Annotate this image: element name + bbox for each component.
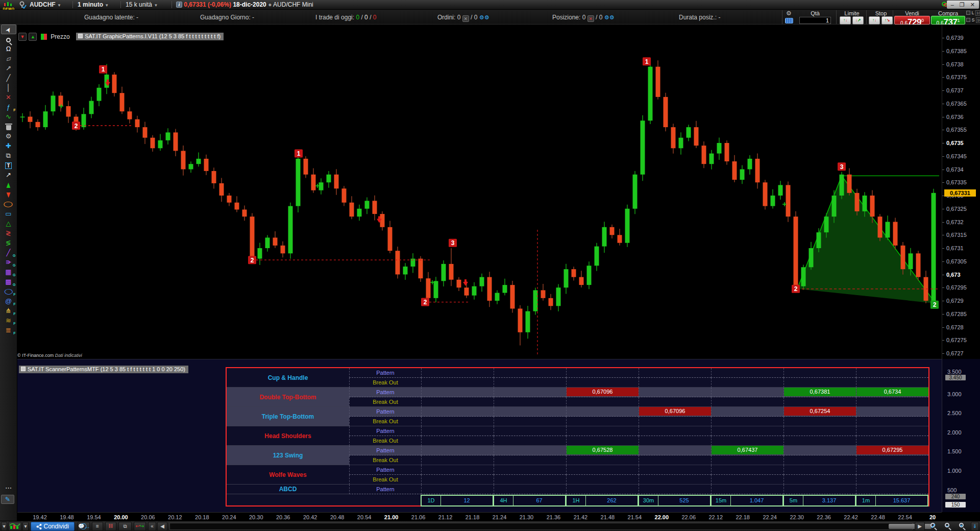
fibo-ellipse-tool-icon[interactable]: ◯F bbox=[1, 286, 16, 296]
candle bbox=[510, 285, 515, 308]
columns-menu-icon[interactable]: ⇓ bbox=[971, 522, 979, 531]
gann-square-tool-icon[interactable]: ▩G bbox=[1, 277, 16, 286]
info-icon[interactable]: i bbox=[176, 2, 182, 8]
gann-fan-tool-icon[interactable]: ⋔G bbox=[1, 257, 16, 267]
pattern-name: Cup & Handle bbox=[227, 368, 349, 388]
main-chart-pane[interactable]: 1212321322 ▼ ▲ Prezzo SAT.IT GraphicPatt… bbox=[17, 25, 942, 359]
minimize-button[interactable]: – bbox=[951, 2, 954, 8]
chart-style-icon[interactable] bbox=[8, 522, 21, 531]
gann-grid-tool-icon[interactable]: ▦G bbox=[1, 267, 16, 277]
stop-buy-order-button[interactable]: ↑↓ bbox=[869, 16, 880, 25]
limit-sell-order-button[interactable]: ↓↗ bbox=[852, 16, 864, 25]
candle bbox=[434, 281, 438, 298]
chat-icon[interactable]: 💬⃝… bbox=[78, 522, 90, 531]
buy-button[interactable]: 0,67371 bbox=[931, 16, 965, 25]
transfer-icon[interactable]: ↩↪ bbox=[134, 522, 146, 531]
scroll-right-button[interactable]: ▶ bbox=[915, 522, 925, 531]
gann-line-tool-icon[interactable]: ╱G bbox=[1, 248, 16, 257]
waves-tool-icon[interactable]: ∿ bbox=[1, 112, 16, 122]
scanner-cell: 0,67381 bbox=[783, 388, 856, 397]
more-tools-button[interactable]: ⋯ bbox=[1, 483, 16, 493]
pin-icon[interactable] bbox=[18, 1, 27, 9]
scroll-left-button[interactable]: ◀ bbox=[157, 522, 167, 531]
short-pips-input[interactable]: 10 bbox=[976, 17, 980, 23]
zoom-out-icon[interactable]: − bbox=[944, 522, 952, 530]
trade-settings-icon[interactable]: ⚙ bbox=[786, 10, 792, 17]
scanner-axis[interactable]: 3.5003.0002.5002.0001.5001.0005003.45024… bbox=[942, 359, 980, 512]
channel-tool-icon[interactable]: ≶ bbox=[1, 238, 16, 248]
text-tool-icon[interactable]: T bbox=[1, 160, 16, 170]
draw-mode-button[interactable]: ✎ bbox=[1, 495, 14, 504]
short-checkbox[interactable] bbox=[966, 18, 970, 22]
scanner-indicator-label[interactable]: SAT.IT ScannerPatternsMTF (12 5 3 85 t f… bbox=[19, 366, 188, 373]
cursor-tool-icon[interactable]: ➤ bbox=[1, 25, 16, 34]
candle bbox=[112, 75, 117, 93]
zoom-in-icon[interactable]: + bbox=[959, 522, 967, 530]
chart-scrollbar[interactable] bbox=[169, 523, 913, 530]
long-pips-input[interactable]: 10 bbox=[975, 10, 980, 16]
page-back-button[interactable]: « bbox=[148, 522, 156, 531]
short-arrow-tool-icon[interactable]: ▼ bbox=[1, 189, 16, 199]
time-axis[interactable]: 19.4219.4819.5420.0020.0620.1220.1820.24… bbox=[17, 512, 942, 521]
report-icon[interactable]: ≡ bbox=[92, 522, 103, 531]
scanner-cell bbox=[639, 368, 711, 378]
timeframe-count: 15.637 bbox=[876, 496, 927, 505]
ruler-tool-icon[interactable]: ▱ bbox=[1, 54, 16, 63]
delete-tool-icon[interactable] bbox=[1, 122, 16, 131]
restore-button[interactable]: ❐ bbox=[960, 2, 965, 8]
scanner-cell bbox=[566, 407, 639, 417]
move-tool-icon[interactable]: ✚ bbox=[1, 141, 16, 151]
fibo-spiral-tool-icon[interactable]: @F bbox=[1, 296, 16, 306]
alerts-bell-icon[interactable]: Ω bbox=[1, 44, 16, 54]
symbol-dropdown[interactable]: AUDCHF ▼ bbox=[30, 1, 61, 9]
stop-sell-order-button[interactable]: ↑↘ bbox=[881, 16, 893, 25]
candle bbox=[495, 293, 500, 301]
scrollbar-thumb[interactable] bbox=[889, 524, 932, 529]
settings-tools-icon[interactable]: ⚙ bbox=[1, 131, 16, 141]
svg-text:3: 3 bbox=[840, 163, 844, 171]
chart-style-dropdown[interactable]: ▾ bbox=[1, 522, 7, 531]
units-dropdown[interactable]: 15 k unità ▼ bbox=[126, 1, 158, 9]
triangle-tool-icon[interactable]: △ bbox=[1, 219, 16, 228]
time-axis-label: 21.00 bbox=[384, 514, 399, 520]
windows-icon[interactable]: ⧉ bbox=[118, 522, 132, 531]
position-gears-icon[interactable]: ⚙⚙ bbox=[604, 14, 615, 20]
buy-marker-button[interactable]: ▲ bbox=[29, 33, 37, 41]
price-axis[interactable]: 0,67390,673850,67380,673750,67370,673650… bbox=[942, 25, 980, 359]
breakout-row-label: Break Out bbox=[349, 475, 421, 485]
sell-button[interactable]: 0,67290 bbox=[894, 16, 930, 25]
zoom-fit-icon[interactable]: ⤢ bbox=[930, 522, 938, 530]
scanner-cell bbox=[566, 485, 639, 494]
retracement-tool-icon[interactable]: ✕ bbox=[1, 92, 16, 102]
close-position-icon[interactable]: ✕ bbox=[587, 15, 594, 22]
pitchfork-tool-icon[interactable]: ⋔F bbox=[1, 306, 16, 316]
vline-tool-icon[interactable]: │ bbox=[1, 83, 16, 92]
trendline-tool-icon[interactable]: ╱ bbox=[1, 73, 16, 83]
chart-options-dropdown[interactable]: ▾ bbox=[22, 522, 29, 531]
fibo-zones-tool-icon[interactable]: ≣F bbox=[1, 325, 16, 335]
share-button[interactable]: Condividi bbox=[31, 522, 75, 531]
duplicate-tool-icon[interactable]: ⧉ bbox=[1, 151, 16, 160]
zigzag-tool-icon[interactable]: ≷ bbox=[1, 228, 16, 238]
ellipse-tool-icon[interactable]: ◯ bbox=[1, 199, 16, 209]
zoom-tool-icon[interactable] bbox=[1, 34, 16, 44]
quantity-input[interactable] bbox=[799, 17, 831, 24]
timeframe-dropdown[interactable]: 1 minuto ▼ bbox=[78, 1, 109, 9]
indicator-checkbox-icon[interactable] bbox=[78, 34, 83, 38]
sell-marker-button[interactable]: ▼ bbox=[18, 33, 27, 41]
keyboard-icon[interactable] bbox=[785, 18, 793, 23]
pattern-level-value: 0,67096 bbox=[567, 388, 639, 396]
indicator-tool-icon[interactable]: ƒF bbox=[1, 102, 16, 112]
volume-bars-icon[interactable]: ‖‖ bbox=[105, 522, 116, 531]
long-checkbox[interactable] bbox=[966, 11, 970, 15]
fibo-fan-tool-icon[interactable]: ≋F bbox=[1, 316, 16, 325]
orders-gears-icon[interactable]: ⚙⚙ bbox=[479, 14, 489, 20]
limit-buy-order-button[interactable]: ↑↓ bbox=[840, 16, 851, 25]
candle bbox=[36, 122, 40, 127]
segment-tool-icon[interactable]: ⊸ bbox=[1, 63, 16, 73]
rectangle-tool-icon[interactable]: ▭ bbox=[1, 209, 16, 219]
cancel-orders-icon[interactable]: ✕ bbox=[462, 15, 469, 22]
indicator-checkbox-icon[interactable] bbox=[21, 367, 26, 371]
graphic-patterns-indicator-label[interactable]: SAT.IT GraphicPatterns.I.V11 (12 5 3 85 … bbox=[76, 33, 224, 40]
close-button[interactable]: ✕ bbox=[970, 2, 975, 8]
